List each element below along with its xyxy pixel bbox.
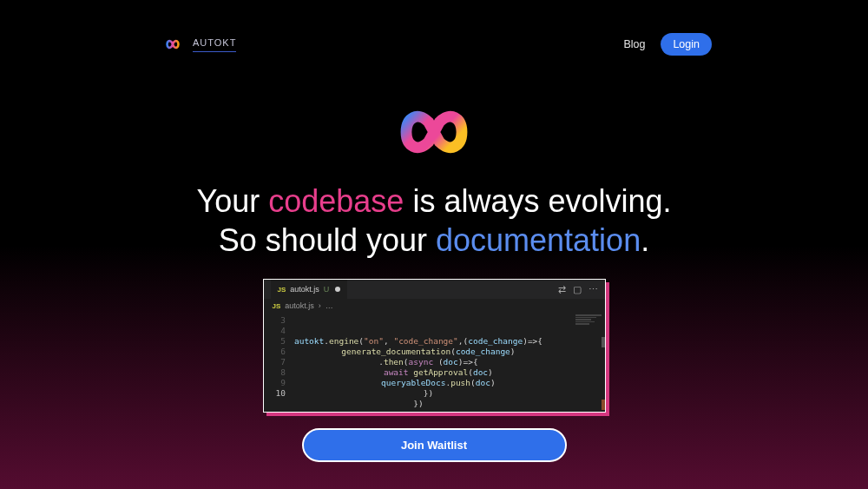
tab-filename: autokt.js [290, 285, 319, 294]
code-token: doc [476, 378, 490, 387]
code-token: await [384, 367, 409, 377]
js-file-icon: JS [278, 286, 286, 294]
line-num: 6 [276, 347, 286, 357]
code-token: queryableDocs [381, 378, 445, 387]
code-editor-window: JS autokt.js U ⇄ ▢ ⋯ JS autokt.js › … 3 … [263, 279, 606, 413]
headline-text: Your [196, 183, 268, 219]
infinity-logo-large-icon [378, 103, 490, 161]
code-token: code_change [456, 347, 510, 356]
line-num: 7 [276, 357, 286, 367]
headline-highlight-documentation: documentation [436, 222, 641, 258]
line-numbers: 3 4 5 6 7 8 9 10 [264, 313, 294, 412]
code-content: autokt.engine("on", "code_change",(code_… [294, 313, 542, 412]
logo-group[interactable]: AUTOKT [161, 37, 236, 52]
infinity-logo-icon [161, 38, 184, 50]
headline-text: So should your [219, 222, 436, 258]
blog-link[interactable]: Blog [623, 38, 645, 50]
editor-tab[interactable]: JS autokt.js U [271, 280, 348, 299]
code-token: generate_documentation [341, 347, 450, 356]
code-token: "code_change" [393, 336, 457, 346]
hero: Your codebase is always evolving. So sho… [0, 103, 868, 462]
headline-text: . [641, 222, 649, 258]
code-token: autokt [294, 336, 324, 346]
breadcrumb-filename: autokt.js [285, 301, 314, 310]
nav-right: Blog Login [623, 33, 712, 56]
join-waitlist-button[interactable]: Join Waitlist [302, 428, 567, 462]
line-num: 3 [276, 315, 286, 326]
headline: Your codebase is always evolving. So sho… [0, 182, 868, 260]
line-num: 10 [276, 388, 286, 399]
js-file-icon: JS [273, 302, 281, 310]
login-button[interactable]: Login [661, 33, 712, 56]
breadcrumb-separator: › [319, 301, 321, 310]
breadcrumb-more: … [326, 301, 333, 310]
tab-modified-dot-icon [335, 287, 340, 292]
scrollbar-thumb[interactable] [602, 337, 605, 347]
editor-breadcrumb: JS autokt.js › … [264, 299, 605, 313]
headline-text: is always evolving. [404, 183, 671, 219]
tab-bar-actions: ⇄ ▢ ⋯ [558, 284, 598, 295]
code-token: doc [473, 367, 488, 377]
scrollbar-thumb[interactable] [602, 400, 605, 410]
code-token: "on" [364, 336, 384, 346]
headline-highlight-codebase: codebase [268, 183, 404, 219]
line-num: 5 [276, 336, 286, 347]
split-editor-icon[interactable]: ▢ [573, 284, 582, 295]
tab-unsaved-indicator: U [324, 285, 330, 294]
code-token: then [384, 357, 404, 367]
code-token: engine [329, 336, 358, 346]
brand-name: AUTOKT [193, 37, 236, 52]
line-num: 9 [276, 378, 286, 388]
compare-icon[interactable]: ⇄ [558, 284, 566, 295]
code-token: doc [444, 357, 458, 367]
more-actions-icon[interactable]: ⋯ [589, 284, 598, 295]
editor-tab-bar: JS autokt.js U ⇄ ▢ ⋯ [264, 280, 605, 299]
minimap [575, 314, 602, 332]
code-token: async [409, 357, 434, 367]
code-token: push [450, 378, 470, 387]
code-token: getApproval [413, 367, 468, 377]
line-num: 8 [276, 367, 286, 378]
code-body: 3 4 5 6 7 8 9 10 autokt.engine("on", "co… [264, 313, 605, 412]
code-token: code_change [468, 336, 523, 346]
header: AUTOKT Blog Login [0, 0, 868, 56]
line-num: 4 [276, 326, 286, 336]
